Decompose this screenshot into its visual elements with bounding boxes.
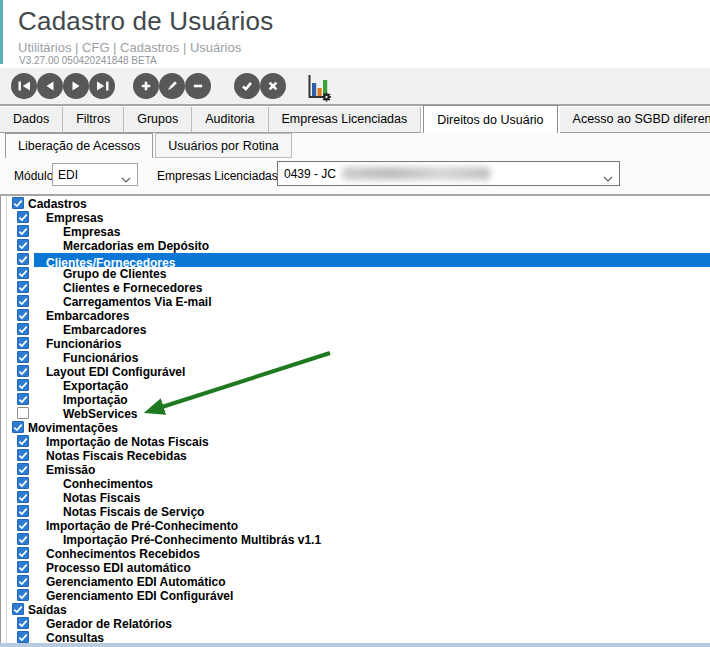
tree-item-clientes-fornecedores[interactable]: Clientes/Fornecedores: [1, 253, 710, 267]
checkbox-gerador-de-relatorios[interactable]: [17, 617, 29, 629]
checkbox-consultas[interactable]: [17, 631, 29, 643]
checkbox-funcionarios[interactable]: [17, 337, 29, 349]
tree-item-gerenciamento-edi-automatico[interactable]: Gerenciamento EDI Automático: [1, 575, 710, 589]
tab-filtros[interactable]: Filtros: [63, 107, 124, 133]
checkbox-notas-fiscais-de-servico[interactable]: [17, 505, 29, 517]
checkbox-empresas[interactable]: [17, 211, 29, 223]
confirm-button[interactable]: [234, 73, 260, 99]
tab-direitos-do-usuario[interactable]: Direitos do Usuário: [423, 105, 557, 133]
module-select[interactable]: EDI: [52, 163, 138, 186]
tree-item-label[interactable]: Empresas: [63, 225, 120, 239]
tree-item-label[interactable]: Importação de Pré-Conhecimento: [46, 519, 238, 533]
tree-item-importacao[interactable]: Importação: [1, 393, 710, 407]
subtab-liberacao-de-acessos[interactable]: Liberação de Acessos: [5, 133, 153, 158]
checkbox-conhecimentos-recebidos[interactable]: [17, 547, 29, 559]
previous-record-button[interactable]: [37, 73, 63, 99]
checkbox-empresas[interactable]: [17, 225, 29, 237]
tree-item-label[interactable]: Clientes/Fornecedores: [46, 256, 175, 270]
chart-report-button[interactable]: [305, 71, 333, 102]
tree-item-label[interactable]: WebServices: [63, 407, 138, 421]
tree-item-label[interactable]: Carregamentos Via E-mail: [63, 295, 212, 309]
tree-item-label[interactable]: Exportação: [63, 379, 128, 393]
tree-item-label[interactable]: Embarcadores: [46, 309, 129, 323]
bottom-scrollbar[interactable]: [0, 643, 710, 647]
tab-grupos[interactable]: Grupos: [124, 107, 192, 133]
cancel-button[interactable]: [260, 73, 286, 99]
checkbox-funcionarios[interactable]: [17, 351, 29, 363]
tab-auditoria[interactable]: Auditoria: [192, 107, 268, 133]
tree-item-label[interactable]: Cadastros: [28, 197, 87, 211]
last-record-button[interactable]: [89, 73, 115, 99]
checkbox-importacao-pre-conhecimento-multibras-v1-1[interactable]: [17, 533, 29, 545]
tree-item-label[interactable]: Notas Fiscais: [63, 491, 140, 505]
tree-item-label[interactable]: Conhecimentos: [63, 477, 153, 491]
tree-item-conhecimentos-recebidos[interactable]: Conhecimentos Recebidos: [1, 547, 710, 561]
tree-item-label[interactable]: Funcionários: [46, 337, 121, 351]
tree-item-importacao-pre-conhecimento-multibras-v1-1[interactable]: Importação Pré-Conhecimento Multibrás v1…: [1, 533, 710, 547]
tree-item-label[interactable]: Notas Fiscais Recebidas: [46, 449, 187, 463]
checkbox-layout-edi-configuravel[interactable]: [17, 365, 29, 377]
tree-item-label[interactable]: Layout EDI Configurável: [46, 365, 185, 379]
tree-item-label[interactable]: Funcionários: [63, 351, 138, 365]
companies-select[interactable]: 0439 - JC: [277, 161, 620, 186]
tree-item-label[interactable]: Empresas: [46, 211, 103, 225]
checkbox-mercadorias-em-deposito[interactable]: [17, 239, 29, 251]
delete-record-button[interactable]: [185, 73, 211, 99]
checkbox-gerenciamento-edi-configuravel[interactable]: [17, 589, 29, 601]
add-record-button[interactable]: [133, 73, 159, 99]
tree-item-label[interactable]: Conhecimentos Recebidos: [46, 547, 200, 561]
subtab-usuarios-por-rotina[interactable]: Usuários por Rotina: [155, 133, 291, 158]
checkbox-processo-edi-automatico[interactable]: [17, 561, 29, 573]
tree-item-label[interactable]: Gerenciamento EDI Configurável: [46, 589, 233, 603]
tree-item-cadastros[interactable]: Cadastros: [1, 197, 710, 211]
tree-item-label[interactable]: Emissão: [46, 463, 95, 477]
checkbox-saidas[interactable]: [12, 603, 24, 615]
checkbox-importacao-de-pre-conhecimento[interactable]: [17, 519, 29, 531]
first-record-button[interactable]: [11, 73, 37, 99]
checkbox-conhecimentos[interactable]: [17, 477, 29, 489]
tree-item-gerenciamento-edi-configuravel[interactable]: Gerenciamento EDI Configurável: [1, 589, 710, 603]
tree-item-empresas[interactable]: Empresas: [1, 211, 710, 225]
tree-item-empresas[interactable]: Empresas: [1, 225, 710, 239]
checkbox-clientes-e-fornecedores[interactable]: [17, 281, 29, 293]
next-record-button[interactable]: [63, 73, 89, 99]
tree-item-exportacao[interactable]: Exportação: [1, 379, 710, 393]
tree-item-label[interactable]: Clientes e Fornecedores: [63, 281, 202, 295]
tree-item-label[interactable]: Processo EDI automático: [46, 561, 191, 575]
edit-record-button[interactable]: [159, 73, 185, 99]
tree-item-label[interactable]: Gerador de Relatórios: [46, 617, 172, 631]
tab-empresas-licenciadas[interactable]: Empresas Licenciadas: [269, 107, 422, 133]
tree-item-notas-fiscais-recebidas[interactable]: Notas Fiscais Recebidas: [1, 449, 710, 463]
checkbox-webservices[interactable]: [17, 407, 29, 419]
checkbox-importacao-de-notas-fiscais[interactable]: [17, 435, 29, 447]
tree-item-importacao-de-notas-fiscais[interactable]: Importação de Notas Fiscais: [1, 435, 710, 449]
checkbox-emissao[interactable]: [17, 463, 29, 475]
checkbox-carregamentos-via-e-mail[interactable]: [17, 295, 29, 307]
checkbox-movimentacoes[interactable]: [12, 421, 24, 433]
checkbox-clientes-fornecedores[interactable]: [17, 253, 29, 265]
checkbox-embarcadores[interactable]: [17, 309, 29, 321]
tree-item-processo-edi-automatico[interactable]: Processo EDI automático: [1, 561, 710, 575]
tree-item-movimentacoes[interactable]: Movimentações: [1, 421, 710, 435]
tree-item-label[interactable]: Gerenciamento EDI Automático: [46, 575, 226, 589]
tab-dados[interactable]: Dados: [0, 107, 63, 133]
tree-item-mercadorias-em-deposito[interactable]: Mercadorias em Depósito: [1, 239, 710, 253]
checkbox-importacao[interactable]: [17, 393, 29, 405]
tree-item-label[interactable]: Saídas: [28, 603, 67, 617]
tree-item-embarcadores[interactable]: Embarcadores: [1, 309, 710, 323]
tree-item-label[interactable]: Importação de Notas Fiscais: [46, 435, 209, 449]
checkbox-gerenciamento-edi-automatico[interactable]: [17, 575, 29, 587]
tree-item-carregamentos-via-e-mail[interactable]: Carregamentos Via E-mail: [1, 295, 710, 309]
checkbox-exportacao[interactable]: [17, 379, 29, 391]
tree-item-label[interactable]: Movimentações: [28, 421, 118, 435]
tree-item-notas-fiscais-de-servico[interactable]: Notas Fiscais de Serviço: [1, 505, 710, 519]
tree-item-emissao[interactable]: Emissão: [1, 463, 710, 477]
checkbox-grupo-de-clientes[interactable]: [17, 267, 29, 279]
tree-item-embarcadores[interactable]: Embarcadores: [1, 323, 710, 337]
checkbox-notas-fiscais-recebidas[interactable]: [17, 449, 29, 461]
tree-item-label[interactable]: Mercadorias em Depósito: [63, 239, 209, 253]
tree-item-conhecimentos[interactable]: Conhecimentos: [1, 477, 710, 491]
tree-item-funcionarios[interactable]: Funcionários: [1, 337, 710, 351]
checkbox-cadastros[interactable]: [12, 197, 24, 209]
checkbox-embarcadores[interactable]: [17, 323, 29, 335]
